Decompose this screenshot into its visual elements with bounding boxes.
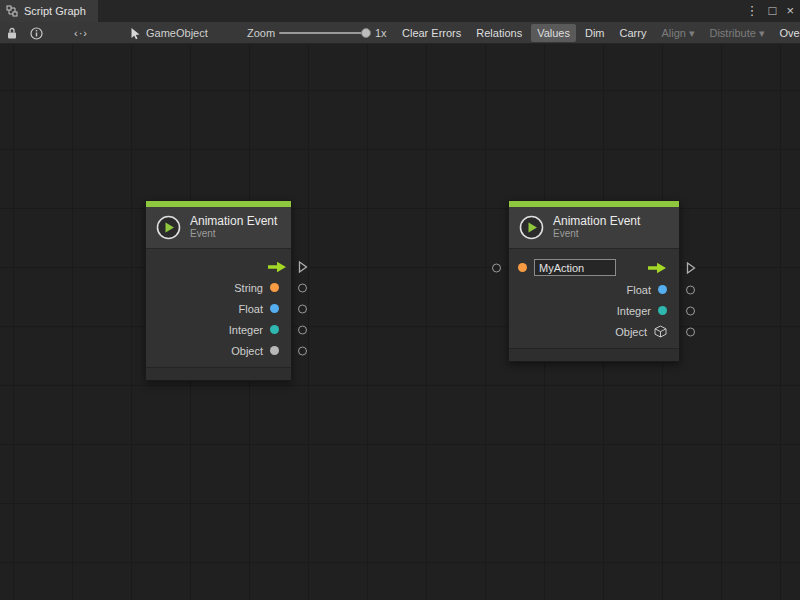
cube-icon — [654, 325, 667, 338]
port-label-integer: Integer — [617, 305, 651, 317]
node-animation-event-1[interactable]: Animation Event Event — [145, 200, 292, 381]
node-footer — [509, 348, 679, 361]
window-menu-icon[interactable]: ⋮ — [746, 0, 759, 22]
graph-icon — [6, 5, 18, 17]
align-button[interactable]: Align ▾ — [655, 24, 700, 42]
node-animation-event-2[interactable]: Animation Event Event — [508, 200, 680, 362]
zoom-slider-handle[interactable] — [361, 28, 371, 38]
node-footer — [146, 367, 291, 380]
maximize-icon[interactable]: □ — [769, 0, 777, 22]
integer-output-port[interactable] — [686, 306, 695, 315]
distribute-button[interactable]: Distribute ▾ — [703, 24, 770, 42]
port-row-action-input — [509, 256, 679, 279]
port-row-integer: Integer — [146, 319, 291, 340]
zoom-value: 1x — [375, 22, 387, 44]
node-header[interactable]: Animation Event Event — [509, 207, 679, 249]
port-label-string: String — [234, 282, 263, 294]
gameobject-label: GameObject — [146, 27, 208, 39]
zoom-slider[interactable] — [279, 22, 369, 44]
port-label-float: Float — [239, 303, 263, 315]
float-output-port[interactable] — [686, 285, 695, 294]
flow-output-port[interactable] — [298, 260, 308, 273]
float-type-dot — [658, 285, 667, 294]
lock-icon[interactable] — [6, 22, 18, 44]
integer-type-dot — [658, 306, 667, 315]
string-type-dot — [518, 263, 527, 272]
clear-errors-button[interactable]: Clear Errors — [396, 24, 467, 42]
port-label-integer: Integer — [229, 324, 263, 336]
event-play-icon — [156, 215, 181, 240]
port-label-object: Object — [231, 345, 263, 357]
float-output-port[interactable] — [298, 304, 307, 313]
info-icon[interactable] — [30, 22, 43, 44]
titlebar: Script Graph ⋮ □ × — [0, 0, 800, 22]
flow-arrow-icon — [267, 261, 287, 273]
carry-button[interactable]: Carry — [614, 24, 653, 42]
script-graph-window: Script Graph ⋮ □ × ‹·› — [0, 0, 800, 600]
port-label-object: Object — [615, 326, 647, 338]
chevron-down-icon: ▾ — [759, 27, 765, 40]
values-button[interactable]: Values — [531, 24, 576, 42]
port-row-object: Object — [146, 340, 291, 361]
align-label: Align — [661, 27, 685, 39]
object-type-dot — [270, 346, 279, 355]
gameobject-context[interactable]: GameObject — [130, 22, 208, 44]
port-row-float: Float — [146, 298, 291, 319]
node-header[interactable]: Animation Event Event — [146, 207, 291, 249]
chevron-down-icon: ▾ — [689, 27, 695, 40]
object-output-port[interactable] — [686, 327, 695, 336]
string-output-port[interactable] — [298, 283, 307, 292]
integer-output-port[interactable] — [298, 325, 307, 334]
port-row-flow-out — [146, 256, 291, 277]
tab-label: Script Graph — [24, 5, 86, 17]
port-label-float: Float — [627, 284, 651, 296]
object-output-port[interactable] — [298, 346, 307, 355]
port-row-string: String — [146, 277, 291, 298]
port-row-float: Float — [509, 279, 679, 300]
close-icon[interactable]: × — [786, 0, 794, 22]
port-row-integer: Integer — [509, 300, 679, 321]
node-subtitle: Event — [190, 228, 277, 240]
overview-button[interactable]: Overview — [773, 24, 800, 42]
node-body: Float Integer Object — [509, 249, 679, 348]
cursor-icon — [130, 27, 141, 40]
dim-button[interactable]: Dim — [579, 24, 611, 42]
flow-output-port[interactable] — [686, 261, 696, 274]
action-name-input[interactable] — [534, 259, 616, 276]
distribute-label: Distribute — [709, 27, 755, 39]
graph-canvas[interactable]: Animation Event Event — [0, 45, 800, 600]
port-row-object: Object — [509, 321, 679, 342]
node-body: String Float Integer Object — [146, 249, 291, 367]
action-input-port[interactable] — [492, 263, 501, 272]
node-title: Animation Event — [190, 214, 277, 228]
window-controls: ⋮ □ × — [746, 0, 794, 22]
zoom-label: Zoom — [247, 22, 275, 44]
toolbar: ‹·› GameObject Zoom 1x Clear Errors Rela… — [0, 22, 800, 44]
string-type-dot — [270, 283, 279, 292]
tab-script-graph[interactable]: Script Graph — [0, 0, 98, 22]
node-title: Animation Event — [553, 214, 640, 228]
relations-button[interactable]: Relations — [470, 24, 528, 42]
integer-type-dot — [270, 325, 279, 334]
code-view-icon[interactable]: ‹·› — [74, 22, 88, 44]
zoom-slider-track[interactable] — [279, 32, 369, 34]
toolbar-buttons: Clear Errors Relations Values Dim Carry … — [396, 22, 800, 44]
float-type-dot — [270, 304, 279, 313]
node-subtitle: Event — [553, 228, 640, 240]
event-play-icon — [519, 215, 544, 240]
flow-arrow-icon — [647, 262, 667, 274]
